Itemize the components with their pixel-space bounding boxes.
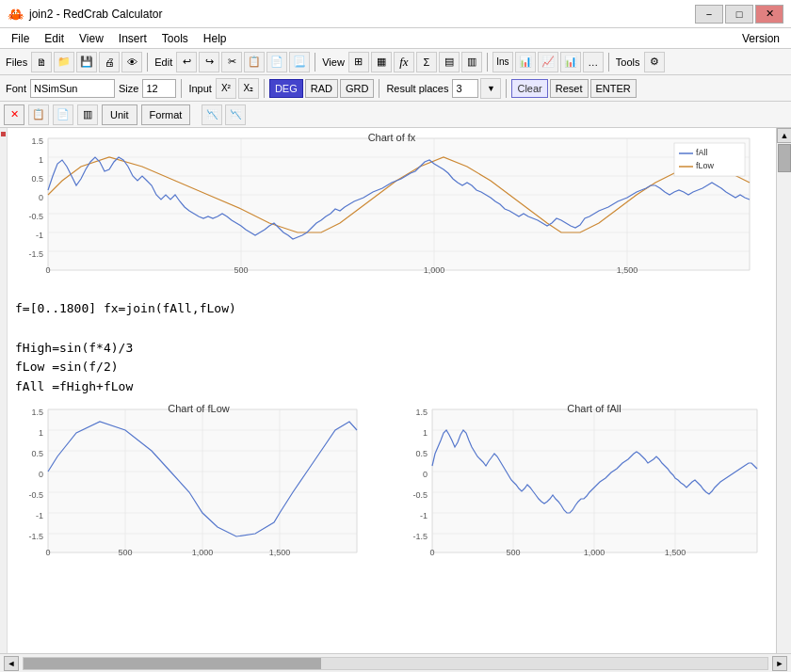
svg-text:500: 500: [506, 548, 520, 557]
bar-chart-button[interactable]: 📊: [560, 52, 581, 72]
format-button[interactable]: Format: [141, 104, 191, 125]
svg-rect-57: [432, 409, 757, 552]
superscript-button[interactable]: X²: [216, 78, 236, 99]
size-label: Size: [117, 83, 140, 94]
sep1: [147, 53, 148, 72]
enter-button[interactable]: ENTER: [590, 79, 637, 98]
plot-r-button[interactable]: 📉: [202, 104, 222, 125]
unit-button[interactable]: Unit: [102, 104, 137, 125]
tools-label: Tools: [614, 56, 642, 68]
svg-text:1: 1: [39, 155, 43, 165]
view-label: View: [320, 56, 347, 68]
scroll-track[interactable]: [777, 143, 791, 664]
h-scroll-thumb[interactable]: [24, 658, 321, 669]
insert2-button[interactable]: 📊: [515, 52, 536, 72]
result-down[interactable]: ▼: [480, 78, 501, 99]
svg-rect-0: [48, 138, 750, 270]
right-scrollbar[interactable]: ▲ ▼: [776, 128, 791, 672]
copy-fmt-button[interactable]: 📋: [28, 104, 49, 125]
flow-chart-container: Chart of fLow 1.5 1 0.5 0 -0.5 -1 -1.5 0…: [15, 405, 384, 572]
svg-text:0.5: 0.5: [31, 174, 43, 184]
scroll-up-button[interactable]: ▲: [777, 128, 791, 143]
svg-text:0.5: 0.5: [415, 449, 428, 458]
settings-button[interactable]: ⚙: [644, 52, 665, 72]
menu-help[interactable]: Help: [196, 30, 234, 47]
sep6: [264, 79, 265, 98]
open-button[interactable]: 📁: [54, 52, 74, 72]
toolbar-main: Files 🗎 📁 💾 🖨 👁 Edit ↩ ↪ ✂ 📋 📄 📃 View ⊞ …: [0, 49, 791, 75]
svg-text:-1.5: -1.5: [28, 532, 43, 541]
menu-insert[interactable]: Insert: [111, 30, 154, 47]
paste-fmt-button[interactable]: 📄: [53, 104, 73, 125]
format-bar: ✕ 📋 📄 ▥ Unit Format 📉 📉: [0, 102, 791, 128]
preview-button[interactable]: 👁: [121, 52, 142, 72]
maximize-button[interactable]: □: [725, 5, 753, 24]
code-line1: f=[0..1800] fx=join(fAll,fLow): [15, 299, 768, 319]
svg-text:-0.5: -0.5: [28, 490, 43, 500]
code-line4: fLow =sin(f/2): [15, 358, 768, 377]
undo-button[interactable]: ↩: [176, 52, 197, 72]
svg-text:Chart of fAll: Chart of fAll: [567, 405, 621, 414]
minimize-button[interactable]: −: [695, 5, 723, 24]
close-button[interactable]: ✕: [755, 5, 783, 24]
menu-version[interactable]: Version: [734, 30, 787, 47]
matrix-button[interactable]: ▤: [439, 52, 460, 72]
left-margin: [0, 128, 8, 672]
menu-bar: File Edit View Insert Tools Help Version: [0, 28, 791, 49]
fx-button[interactable]: fx: [394, 52, 414, 72]
paste2-button[interactable]: 📃: [289, 52, 310, 72]
sep5: [181, 79, 182, 98]
paste-button[interactable]: 📄: [266, 52, 287, 72]
sep3: [487, 53, 488, 72]
grd-button[interactable]: GRD: [340, 79, 374, 98]
scroll-right-button[interactable]: ►: [772, 656, 787, 671]
cut-button[interactable]: ✂: [221, 52, 242, 72]
menu-tools[interactable]: Tools: [154, 30, 196, 47]
insert-button[interactable]: Ins: [492, 52, 513, 72]
menu-view[interactable]: View: [72, 30, 111, 47]
title-bar: 🦀 join2 - RedCrab Calculator − □ ✕: [0, 0, 791, 28]
svg-text:-1: -1: [36, 231, 43, 240]
deg-button[interactable]: DEG: [269, 79, 303, 98]
svg-text:0: 0: [423, 470, 428, 479]
rad-button[interactable]: RAD: [305, 79, 338, 98]
copy-button[interactable]: 📋: [244, 52, 265, 72]
svg-text:500: 500: [118, 548, 132, 557]
result-label: Result places: [384, 83, 450, 94]
svg-text:Chart of fLow: Chart of fLow: [168, 405, 229, 414]
toolbar-format: Font Size Input X² X₂ DEG RAD GRD Result…: [0, 75, 791, 102]
svg-text:1: 1: [39, 428, 43, 438]
cell-fmt-button[interactable]: ▥: [77, 104, 98, 125]
plot-b-button[interactable]: 📉: [225, 104, 246, 125]
cell-button[interactable]: ▥: [461, 52, 482, 72]
redo-button[interactable]: ↪: [199, 52, 219, 72]
print-button[interactable]: 🖨: [99, 52, 120, 72]
horizontal-scrollbar[interactable]: [23, 657, 768, 670]
reset-button[interactable]: Reset: [550, 79, 589, 98]
subscript-button[interactable]: X₂: [238, 78, 259, 99]
sep2: [315, 53, 315, 72]
filter-button[interactable]: ▦: [371, 52, 392, 72]
scroll-thumb[interactable]: [778, 144, 791, 172]
content-area: Chart of fx 1.5 1 0.5 0 -0.5 -1 -1.5 0 5…: [8, 128, 776, 672]
new-button[interactable]: 🗎: [31, 52, 52, 72]
more-chart-button[interactable]: …: [583, 52, 604, 72]
svg-text:500: 500: [234, 265, 248, 275]
font-input[interactable]: [30, 79, 115, 98]
grid-button[interactable]: ⊞: [348, 52, 369, 72]
scroll-left-button[interactable]: ◄: [4, 656, 19, 671]
menu-file[interactable]: File: [4, 30, 37, 47]
code-area: f=[0..1800] fx=join(fAll,fLow) fHigh=sin…: [15, 299, 768, 397]
clear-button[interactable]: Clear: [511, 79, 547, 98]
size-input[interactable]: [142, 79, 176, 98]
close-icon[interactable]: ✕: [4, 104, 24, 125]
sigma-button[interactable]: Σ: [416, 52, 437, 72]
code-line3: fHigh=sin(f*4)/3: [15, 339, 768, 359]
code-line5: fAll =fHigh+fLow: [15, 377, 768, 397]
save-button[interactable]: 💾: [76, 52, 97, 72]
fall-chart-svg: Chart of fAll 1.5 1 0.5 0 -0.5 -1 -1.5 0…: [399, 405, 762, 569]
status-bar: ◄ ►: [0, 653, 791, 672]
result-input[interactable]: [452, 79, 478, 98]
menu-edit[interactable]: Edit: [37, 30, 72, 47]
chart-button[interactable]: 📈: [538, 52, 558, 72]
